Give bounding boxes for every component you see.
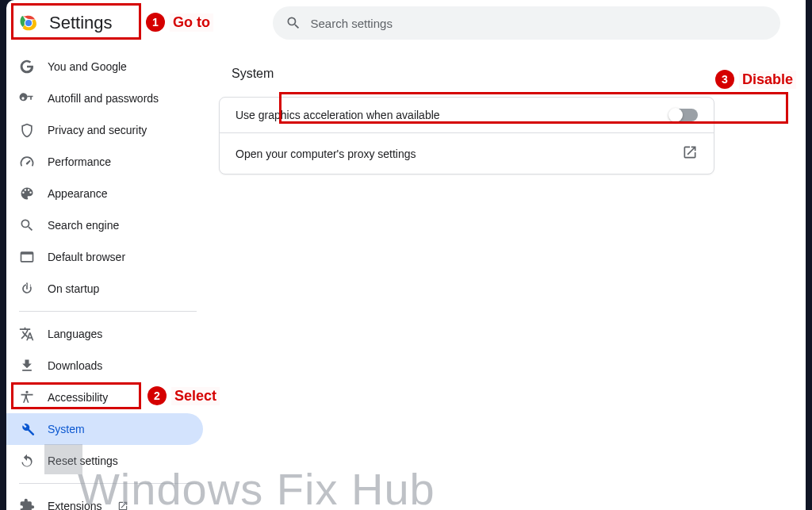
sidebar-item-label: Privacy and security: [48, 124, 147, 136]
launch-icon: [117, 500, 128, 510]
main-content: System Use graphics acceleration when av…: [213, 51, 806, 510]
chrome-logo-icon: [17, 12, 40, 34]
row-graphics-acceleration[interactable]: Use graphics acceleration when available: [220, 98, 714, 132]
sidebar-item-search-engine[interactable]: Search engine: [6, 209, 203, 241]
sidebar-item-label: Appearance: [48, 187, 108, 200]
row-label: Use graphics acceleration when available: [236, 109, 440, 121]
sidebar-item-label: Performance: [48, 155, 111, 168]
sidebar-item-reset[interactable]: Reset settings: [6, 445, 203, 477]
sidebar-item-label: System: [48, 423, 85, 435]
row-proxy-settings[interactable]: Open your computer's proxy settings: [220, 133, 714, 174]
sidebar-item-performance[interactable]: Performance: [6, 146, 203, 178]
shield-icon: [19, 122, 35, 138]
sidebar-item-label: Search engine: [48, 219, 119, 232]
sidebar-item-label: Accessibility: [48, 391, 108, 404]
chrome-settings-window: Settings You and Google Autofill and pas…: [6, 0, 806, 510]
wrench-icon: [19, 421, 35, 437]
sidebar-item-appearance[interactable]: Appearance: [6, 178, 203, 209]
sidebar-item-extensions[interactable]: Extensions: [6, 490, 203, 510]
power-icon: [19, 281, 35, 297]
sidebar-item-label: Extensions: [48, 500, 102, 510]
sidebar-item-label: Default browser: [48, 251, 125, 263]
google-g-icon: [19, 59, 35, 75]
toggle-graphics-acceleration[interactable]: [669, 109, 698, 121]
search-icon: [285, 15, 301, 31]
launch-icon: [682, 144, 698, 163]
extension-icon: [19, 498, 35, 510]
sidebar-item-downloads[interactable]: Downloads: [6, 350, 203, 382]
sidebar-item-languages[interactable]: Languages: [6, 318, 203, 350]
sidebar-divider: [19, 483, 197, 484]
download-icon: [19, 358, 35, 374]
sidebar-item-accessibility[interactable]: Accessibility: [6, 382, 203, 413]
sidebar-item-label: Downloads: [48, 359, 102, 372]
sidebar-item-you-and-google[interactable]: You and Google: [6, 51, 203, 82]
reset-icon: [19, 453, 35, 469]
accessibility-icon: [19, 389, 35, 405]
header: Settings: [6, 0, 806, 51]
sidebar-item-default-browser[interactable]: Default browser: [6, 241, 203, 273]
key-icon: [19, 90, 35, 106]
row-label: Open your computer's proxy settings: [236, 148, 416, 160]
speedometer-icon: [19, 154, 35, 170]
search-bar[interactable]: [273, 6, 780, 40]
sidebar: You and Google Autofill and passwords Pr…: [6, 51, 213, 510]
page-title: Settings: [49, 13, 113, 33]
sidebar-item-autofill[interactable]: Autofill and passwords: [6, 82, 203, 114]
sidebar-item-on-startup[interactable]: On startup: [6, 273, 203, 305]
sidebar-item-label: Autofill and passwords: [48, 92, 159, 105]
sidebar-item-privacy[interactable]: Privacy and security: [6, 114, 203, 146]
sidebar-item-system[interactable]: System: [6, 413, 203, 445]
search-icon: [19, 217, 35, 233]
palette-icon: [19, 186, 35, 201]
sidebar-divider: [19, 311, 197, 312]
browser-icon: [19, 249, 35, 265]
sidebar-item-label: You and Google: [48, 60, 127, 73]
sidebar-item-label: On startup: [48, 282, 99, 295]
translate-icon: [19, 326, 35, 342]
sidebar-item-label: Languages: [48, 328, 102, 340]
section-title: System: [216, 67, 802, 81]
search-input[interactable]: [311, 17, 768, 30]
sidebar-item-label: Reset settings: [48, 454, 118, 467]
svg-point-2: [25, 20, 32, 26]
body: You and Google Autofill and passwords Pr…: [6, 51, 806, 510]
settings-card: Use graphics acceleration when available…: [219, 97, 714, 174]
